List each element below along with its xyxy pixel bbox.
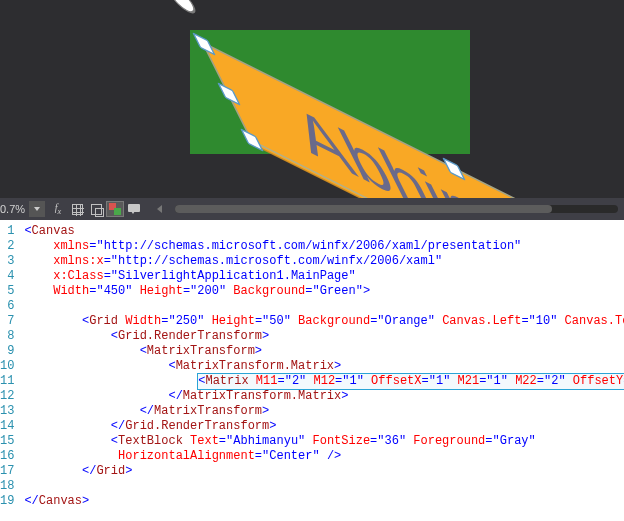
resize-handle-sw[interactable] [240, 128, 264, 152]
code-line: <Grid Width="250" Height="50" Background… [24, 314, 624, 329]
code-line: </Canvas> [24, 494, 624, 509]
overlay-grid-icon [91, 204, 102, 215]
resize-handle-nw[interactable] [192, 32, 216, 56]
code-line: <TextBlock Text="Abhimanyu" FontSize="36… [24, 434, 624, 449]
code-line: xmlns:x="http://schemas.microsoft.com/wi… [24, 254, 624, 269]
resize-handle-w[interactable] [217, 82, 241, 106]
line-number-gutter: 1 2 3 4 5 6 7 8 9 10 11 12 13 14 15 16 1… [0, 220, 20, 521]
grid-button-2[interactable] [87, 201, 105, 217]
code-editor[interactable]: 1 2 3 4 5 6 7 8 9 10 11 12 13 14 15 16 1… [0, 220, 624, 521]
line-number: 6 [0, 299, 14, 314]
code-line: <MatrixTransform.Matrix> [24, 359, 624, 374]
code-line: </MatrixTransform.Matrix> [24, 389, 624, 404]
line-number: 15 [0, 434, 14, 449]
code-line [24, 479, 624, 494]
code-line [24, 299, 624, 314]
code-line: </Grid> [24, 464, 624, 479]
code-line: </MatrixTransform> [24, 404, 624, 419]
fx-icon: fx [55, 202, 61, 216]
snap-icon [109, 203, 121, 215]
selection-adorner[interactable] [201, 41, 624, 220]
zoom-dropdown-button[interactable] [29, 201, 45, 217]
line-number: 17 [0, 464, 14, 479]
comment-button[interactable] [125, 201, 143, 217]
line-number: 18 [0, 479, 14, 494]
designer-surface[interactable]: Abhimanyu 0.7% fx [0, 0, 624, 220]
line-number: 11 [0, 374, 14, 389]
line-number: 2 [0, 239, 14, 254]
line-number: 13 [0, 404, 14, 419]
horizontal-scrollbar[interactable] [175, 205, 618, 213]
triangle-left-icon [157, 205, 162, 213]
line-number: 19 [0, 494, 14, 509]
code-highlight: <Matrix M11="2" M12="1" OffsetX="1" M21=… [197, 373, 624, 390]
line-number: 16 [0, 449, 14, 464]
line-number: 10 [0, 359, 14, 374]
snap-button[interactable] [106, 201, 124, 217]
line-number: 1 [0, 224, 14, 239]
rotate-handle-icon[interactable] [164, 0, 200, 18]
code-text-area[interactable]: <Canvas xmlns="http://schemas.microsoft.… [20, 220, 624, 521]
scrollbar-thumb[interactable] [175, 205, 551, 213]
effects-button[interactable]: fx [49, 201, 67, 217]
line-number: 8 [0, 329, 14, 344]
code-line: Width="450" Height="200" Background="Gre… [24, 284, 624, 299]
chevron-down-icon [34, 207, 40, 211]
scroll-left-button[interactable] [150, 201, 168, 217]
code-line: HorizontalAlignment="Center" /> [24, 449, 624, 464]
grid-icon [72, 204, 83, 215]
code-line: xmlns="http://schemas.microsoft.com/winf… [24, 239, 624, 254]
line-number: 5 [0, 284, 14, 299]
designer-toolbar: 0.7% fx [0, 198, 624, 220]
code-line: x:Class="SilverlightApplication1.MainPag… [24, 269, 624, 284]
line-number: 9 [0, 344, 14, 359]
code-line: <Canvas [24, 224, 624, 239]
code-line: <Matrix M11="2" M12="1" OffsetX="1" M21=… [24, 374, 624, 389]
zoom-level-label: 0.7% [0, 203, 29, 215]
line-number: 14 [0, 419, 14, 434]
line-number: 3 [0, 254, 14, 269]
speech-bubble-icon [128, 204, 140, 214]
resize-handle-n[interactable] [442, 157, 466, 181]
preview-canvas: Abhimanyu [190, 30, 470, 154]
line-number: 12 [0, 389, 14, 404]
line-number: 4 [0, 269, 14, 284]
grid-button-1[interactable] [68, 201, 86, 217]
code-line: <Grid.RenderTransform> [24, 329, 624, 344]
code-line: <MatrixTransform> [24, 344, 624, 359]
line-number: 7 [0, 314, 14, 329]
code-line: </Grid.RenderTransform> [24, 419, 624, 434]
